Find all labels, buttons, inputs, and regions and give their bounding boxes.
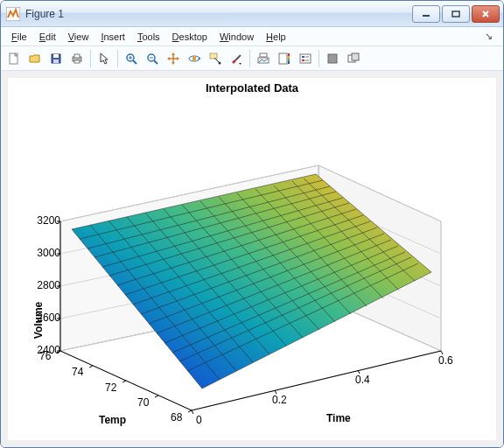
menu-edit-label-rest: dit [46,32,56,42]
svg-rect-2 [452,11,459,17]
colorbar-icon[interactable] [275,49,294,68]
surface-plot [8,78,480,433]
svg-rect-26 [288,53,290,56]
x-tick-0: 0 [196,414,202,426]
svg-rect-29 [300,54,311,63]
zoom-out-icon[interactable] [143,49,162,68]
toolbar [1,46,503,71]
menu-file[interactable]: File [6,30,32,44]
menu-insert[interactable]: Insert [95,30,130,44]
svg-line-21 [235,55,241,60]
svg-rect-18 [192,56,196,61]
plot-area: Interpolated Data [1,71,503,447]
svg-point-20 [219,61,221,64]
menubar: File Edit View Insert Tools Desktop Wind… [1,27,503,46]
menu-desktop[interactable]: Desktop [167,30,213,44]
data-cursor-icon[interactable] [206,49,225,68]
svg-rect-8 [74,54,80,58]
svg-rect-36 [352,53,359,60]
app-icon [6,7,20,21]
save-icon[interactable] [46,49,66,68]
z-tick-3: 3000 [37,247,60,259]
svg-rect-19 [210,53,217,59]
z-tick-2: 2800 [37,279,60,291]
maximize-button[interactable] [442,5,470,23]
svg-rect-5 [53,54,59,58]
z-tick-4: 3200 [37,214,60,227]
x-tick-3: 0.6 [438,354,453,367]
menu-desktop-label-rest: esktop [179,32,207,42]
pointer-icon[interactable] [94,49,114,68]
toolbar-separator [249,50,250,67]
close-button[interactable] [472,5,500,23]
menu-help-label-rest: elp [273,32,286,42]
menu-help[interactable]: Help [261,30,291,44]
link-plot-icon[interactable] [254,49,273,68]
x-axis-label: Time [326,412,351,424]
menu-file-label-rest: ile [18,32,27,42]
file-mnemonic: F [11,32,18,42]
menu-edit[interactable]: Edit [34,30,61,44]
svg-line-96 [192,410,193,414]
svg-line-94 [155,396,158,397]
menu-tools-label-rest: ools [142,32,159,42]
svg-rect-27 [288,56,290,59]
toolbar-separator [318,50,319,67]
y-tick-2: 72 [105,382,116,394]
help-mnemonic: H [266,32,273,42]
y-tick-0: 68 [171,411,182,424]
open-icon[interactable] [25,49,45,68]
menu-window-label-rest: indow [228,32,254,42]
window-mnemonic: W [220,32,228,42]
print-icon[interactable] [67,49,87,68]
menu-view-label-rest: iew [74,32,89,42]
x-tick-2: 0.4 [355,374,370,386]
menubar-dropdown-icon[interactable]: ↘ [484,31,498,42]
svg-rect-9 [74,60,80,63]
toolbar-separator [90,50,91,67]
window-title: Figure 1 [25,8,64,20]
edit-mnemonic: E [39,32,46,42]
hide-tools-icon[interactable] [323,49,342,68]
menu-window[interactable]: Window [214,30,259,44]
toolbar-separator [117,50,118,67]
y-tick-4: 76 [39,350,51,362]
svg-line-15 [154,60,158,64]
svg-rect-23 [260,53,267,57]
axes-3d[interactable]: Interpolated Data [8,78,496,440]
z-axis-label: Volume [32,302,45,339]
svg-rect-24 [279,53,287,64]
minimize-button[interactable] [412,5,440,23]
svg-rect-6 [53,60,59,63]
view-mnemonic: V [68,32,74,42]
titlebar: Figure 1 [1,1,503,27]
svg-rect-28 [288,61,290,64]
show-tools-icon[interactable] [344,49,363,68]
svg-line-11 [133,60,136,64]
y-tick-3: 74 [72,366,83,378]
menu-tools[interactable]: Tools [132,30,165,44]
x-tick-1: 0.2 [272,394,287,406]
pan-icon[interactable] [164,49,183,68]
desktop-mnemonic: D [172,32,179,42]
brush-icon[interactable] [227,49,246,68]
menu-view[interactable]: View [63,30,94,44]
rotate-3d-icon[interactable] [185,49,204,68]
y-axis-label: Temp [99,414,126,426]
svg-line-93 [122,381,126,382]
svg-line-95 [188,410,192,412]
legend-icon[interactable] [296,49,315,68]
y-tick-1: 70 [137,396,149,409]
menu-insert-label-rest: nsert [103,32,124,42]
zoom-in-icon[interactable] [122,49,141,68]
svg-line-92 [89,366,93,368]
new-figure-icon[interactable] [4,49,24,68]
svg-rect-34 [328,54,337,63]
